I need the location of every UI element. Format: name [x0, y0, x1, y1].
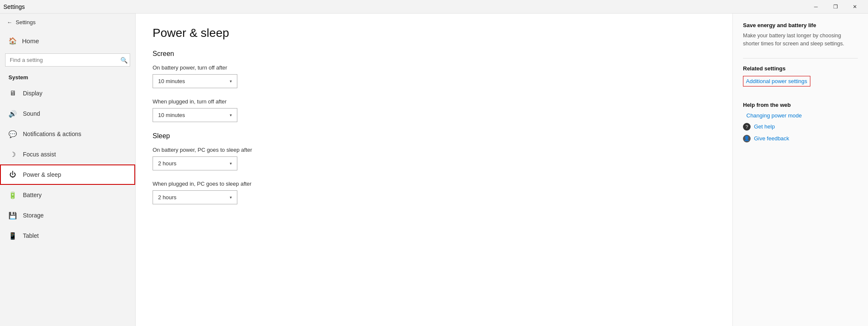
sidebar-label-display: Display — [23, 90, 127, 97]
search-icon-button[interactable]: 🔍 — [120, 57, 128, 64]
sidebar-item-tablet[interactable]: 📱 Tablet — [0, 226, 135, 246]
page-title: Power & sleep — [153, 26, 715, 40]
sidebar-section-label: System — [0, 71, 135, 83]
display-icon: 🖥 — [8, 89, 17, 97]
sleep-section-heading: Sleep — [153, 132, 715, 140]
give-feedback-text: Give feedback — [754, 135, 789, 142]
minimize-button[interactable]: ─ — [806, 0, 826, 14]
sidebar-label-battery: Battery — [23, 192, 127, 198]
back-label: Settings — [16, 19, 36, 25]
right-divider — [743, 58, 858, 59]
home-icon: 🏠 — [8, 37, 17, 45]
sidebar-label-focus: Focus assist — [23, 151, 127, 158]
changing-power-text: Changing power mode — [746, 112, 802, 119]
search-box: 🔍 — [5, 53, 130, 67]
main-content: Power & sleep Screen On battery power, t… — [136, 14, 732, 326]
sidebar-item-notifications[interactable]: 💬 Notifications & actions — [0, 124, 135, 144]
sleep-battery-chevron-icon: ▾ — [230, 161, 232, 166]
screen-plugged-chevron-icon: ▾ — [230, 113, 232, 117]
right-panel: Save energy and battery life Make your b… — [732, 14, 868, 326]
focus-icon: ☽ — [8, 150, 17, 159]
get-help-text: Get help — [754, 123, 775, 130]
titlebar: Settings ─ ❐ ✕ — [0, 0, 868, 14]
screen-plugged-value: 10 minutes — [158, 112, 185, 118]
sidebar-label-tablet: Tablet — [23, 232, 127, 239]
search-input[interactable] — [5, 53, 130, 67]
battery-icon: 🔋 — [8, 191, 17, 199]
titlebar-title: Settings — [3, 3, 25, 10]
back-arrow-icon: ← — [7, 19, 12, 25]
screen-battery-label: On battery power, turn off after — [153, 64, 715, 71]
sidebar-label-power: Power & sleep — [23, 171, 127, 178]
get-help-icon: ? — [743, 123, 751, 131]
additional-power-settings-link[interactable]: Additional power settings — [743, 76, 810, 86]
titlebar-controls: ─ ❐ ✕ — [806, 0, 865, 14]
sound-icon: 🔊 — [8, 110, 17, 118]
screen-battery-dropdown[interactable]: 10 minutes ▾ — [153, 74, 237, 88]
screen-plugged-dropdown[interactable]: 10 minutes ▾ — [153, 108, 237, 122]
give-feedback-link[interactable]: 👤 Give feedback — [743, 135, 858, 142]
save-energy-desc: Make your battery last longer by choosin… — [743, 32, 858, 48]
get-help-link[interactable]: ? Get help — [743, 123, 858, 131]
sidebar-item-power[interactable]: ⏻ Power & sleep — [0, 164, 135, 185]
sleep-battery-dropdown[interactable]: 2 hours ▾ — [153, 156, 237, 170]
sleep-plugged-label: When plugged in, PC goes to sleep after — [153, 181, 715, 187]
sidebar-item-focus[interactable]: ☽ Focus assist — [0, 144, 135, 164]
notifications-icon: 💬 — [8, 130, 17, 138]
screen-plugged-label: When plugged in, turn off after — [153, 98, 715, 105]
app-body: ← Settings 🏠 Home 🔍 System 🖥 Display 🔊 S… — [0, 14, 868, 326]
close-button[interactable]: ✕ — [845, 0, 865, 14]
sidebar: ← Settings 🏠 Home 🔍 System 🖥 Display 🔊 S… — [0, 14, 136, 326]
titlebar-left: Settings — [3, 3, 25, 10]
sleep-plugged-dropdown[interactable]: 2 hours ▾ — [153, 190, 237, 204]
sidebar-item-home[interactable]: 🏠 Home — [0, 31, 135, 51]
screen-battery-value: 10 minutes — [158, 78, 185, 84]
sidebar-item-battery[interactable]: 🔋 Battery — [0, 185, 135, 205]
sleep-plugged-value: 2 hours — [158, 194, 176, 201]
sidebar-label-storage: Storage — [23, 212, 127, 219]
save-energy-title: Save energy and battery life — [743, 22, 858, 28]
screen-battery-chevron-icon: ▾ — [230, 79, 232, 84]
sidebar-label-sound: Sound — [23, 110, 127, 117]
give-feedback-icon: 👤 — [743, 135, 751, 142]
sidebar-label-notifications: Notifications & actions — [23, 131, 127, 137]
changing-power-mode-link[interactable]: Changing power mode — [743, 112, 858, 119]
sidebar-item-sound[interactable]: 🔊 Sound — [0, 103, 135, 124]
power-icon: ⏻ — [8, 171, 17, 178]
sleep-battery-label: On battery power, PC goes to sleep after — [153, 147, 715, 153]
screen-section-heading: Screen — [153, 50, 715, 58]
sleep-plugged-chevron-icon: ▾ — [230, 195, 232, 200]
sidebar-item-storage[interactable]: 💾 Storage — [0, 205, 135, 226]
tablet-icon: 📱 — [8, 232, 17, 240]
sidebar-item-display[interactable]: 🖥 Display — [0, 83, 135, 103]
sidebar-back-button[interactable]: ← Settings — [0, 14, 135, 31]
home-label: Home — [22, 37, 127, 45]
sleep-battery-value: 2 hours — [158, 160, 176, 167]
help-web-label: Help from the web — [743, 102, 858, 108]
storage-icon: 💾 — [8, 212, 17, 220]
restore-button[interactable]: ❐ — [826, 0, 845, 14]
related-settings-label: Related settings — [743, 65, 858, 72]
